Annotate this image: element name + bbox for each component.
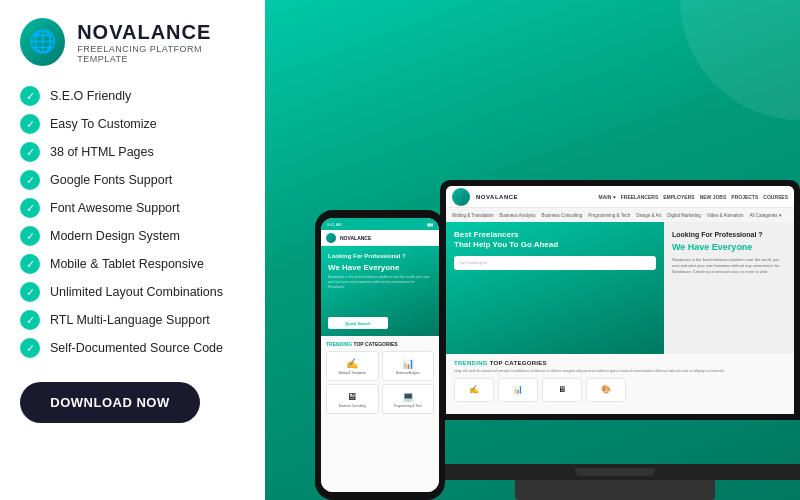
phone-search-label: Quick Search [345,321,371,326]
laptop-base [420,464,800,480]
laptop-right-body: Novalance is the best freelancer platfor… [672,257,786,275]
check-icon: ✓ [20,86,40,106]
laptop-right-accent: We Have Everyone [672,242,786,253]
logo-area: 🌐 NOVALANCE FREELANCING PLATFORM TEMPLAT… [20,18,245,66]
feature-item: ✓ 38 of HTML Pages [20,142,245,162]
laptop-hero-title: Best FreelancersThat Help You To Go Ahea… [454,230,656,251]
phone-status-time: 9:41 AM [327,222,342,227]
laptop-subnav-item[interactable]: Business Analysis [499,213,535,218]
category-icon: 📊 [513,385,523,394]
laptop-subnav-item[interactable]: Design & Art [636,213,661,218]
feature-item: ✓ Self-Documented Source Code [20,338,245,358]
check-icon: ✓ [20,310,40,330]
laptop-screen-content: NOVALANCE MAIN ▾FREELANCERSEMPLOYERSNEW … [446,186,794,414]
check-icon: ✓ [20,114,40,134]
phone-category-item: 🖥 Business Consulting [326,384,379,414]
laptop-subnav-item[interactable]: Digital Marketing [667,213,701,218]
laptop-cat-grid: ✍📊🖥🎨 [454,378,786,402]
phone-category-item: 💻 Programming & Tech [382,384,435,414]
phone-hero-accent: We Have Everyone [328,263,432,272]
laptop-subnav-item[interactable]: Video & Animation [707,213,744,218]
laptop-nav-links: MAIN ▾FREELANCERSEMPLOYERSNEW JOBSPROJEC… [599,194,788,200]
laptop-subnav-item[interactable]: Programming & Tech [588,213,630,218]
feature-item: ✓ Mobile & Tablet Responsive [20,254,245,274]
laptop-mockup: NOVALANCE MAIN ▾FREELANCERSEMPLOYERSNEW … [420,180,800,500]
laptop-cat-title: TRENDING TOP CATEGORIES [454,360,786,366]
feature-item: ✓ Modern Design System [20,226,245,246]
laptop-category-item: 📊 [498,378,538,402]
laptop-hero-left: Best FreelancersThat Help You To Go Ahea… [446,222,664,354]
feature-label: RTL Multi-Language Support [50,313,210,327]
laptop-screen-border: NOVALANCE MAIN ▾FREELANCERSEMPLOYERSNEW … [440,180,800,420]
category-icon: 🎨 [601,385,611,394]
phone-category-icon: ✍ [346,358,358,369]
phone-category-icon: 💻 [402,391,414,402]
laptop-hero-search: I am Looking for [454,256,656,270]
phone-status-signal: ▮▮▮ [427,222,433,227]
check-icon: ✓ [20,282,40,302]
phone-category-name: Business Analysis [396,371,420,375]
phone-nav: NOVALANCE [321,230,439,246]
laptop-nav-link[interactable]: PROJECTS [731,194,758,200]
feature-item: ✓ Google Fonts Support [20,170,245,190]
feature-item: ✓ Easy To Customize [20,114,245,134]
logo-subtitle: FREELANCING PLATFORM TEMPLATE [77,44,245,64]
laptop-hero-right: Looking For Professional ? We Have Every… [664,222,794,354]
phone-logo-icon [326,233,336,243]
feature-label: S.E.O Friendly [50,89,131,103]
laptop-nav-link[interactable]: MAIN ▾ [599,194,616,200]
feature-label: Google Fonts Support [50,173,172,187]
phone-category-name: Programming & Tech [394,404,422,408]
corner-decoration [680,0,800,120]
phone-hero: Looking For Professional ? We Have Every… [321,246,439,336]
check-icon: ✓ [20,142,40,162]
laptop-nav-link[interactable]: FREELANCERS [621,194,659,200]
phone-cat-grid: ✍ Writing & Translation 📊 Business Analy… [326,351,434,414]
laptop-subnav-item[interactable]: Business Consulting [541,213,582,218]
laptop-nav-link[interactable]: EMPLOYERS [663,194,694,200]
phone-categories: TRENDING TOP CATEGORIES ✍ Writing & Tran… [321,336,439,492]
feature-label: Self-Documented Source Code [50,341,223,355]
feature-item: ✓ Unlimited Layout Combinations [20,282,245,302]
laptop-nav-logo [452,188,470,206]
laptop-cat-subtitle: cing elit sed do eiusmod tempor incididu… [454,368,786,374]
check-icon: ✓ [20,338,40,358]
phone-body: 9:41 AM ▮▮▮ NOVALANCE Looking For Profes… [315,210,445,500]
phone-category-item: 📊 Business Analysis [382,351,435,381]
laptop-notch [575,468,655,476]
download-button[interactable]: DOWNLOAD NOW [20,382,200,423]
check-icon: ✓ [20,170,40,190]
check-icon: ✓ [20,198,40,218]
feature-label: Font Awesome Support [50,201,180,215]
check-icon: ✓ [20,254,40,274]
laptop-nav-link[interactable]: COURSES [763,194,788,200]
laptop-subnav: Writing & TranslationBusiness AnalysisBu… [446,208,794,222]
laptop-right-title: Looking For Professional ? [672,230,786,239]
left-panel: 🌐 NOVALANCE FREELANCING PLATFORM TEMPLAT… [0,0,265,500]
phone-brand-name: NOVALANCE [340,235,371,241]
feature-label: Unlimited Layout Combinations [50,285,223,299]
logo-text-block: NOVALANCE FREELANCING PLATFORM TEMPLATE [77,21,245,64]
feature-item: ✓ S.E.O Friendly [20,86,245,106]
laptop-stand [515,480,715,500]
feature-label: Mobile & Tablet Responsive [50,257,204,271]
laptop-nav-link[interactable]: NEW JOBS [700,194,727,200]
features-list: ✓ S.E.O Friendly ✓ Easy To Customize ✓ 3… [20,86,245,358]
phone-category-item: ✍ Writing & Translation [326,351,379,381]
laptop-nav: NOVALANCE MAIN ▾FREELANCERSEMPLOYERSNEW … [446,186,794,208]
phone-category-name: Writing & Translation [338,371,366,375]
phone-mockup: 9:41 AM ▮▮▮ NOVALANCE Looking For Profes… [315,210,445,500]
phone-hero-title: Looking For Professional ? [328,253,432,261]
check-icon: ✓ [20,226,40,246]
phone-category-icon: 📊 [402,358,414,369]
phone-cat-title: TRENDING TOP CATEGORIES [326,341,434,347]
phone-screen: 9:41 AM ▮▮▮ NOVALANCE Looking For Profes… [321,218,439,492]
feature-item: ✓ Font Awesome Support [20,198,245,218]
laptop-search-placeholder: I am Looking for [459,260,488,265]
laptop-subnav-item[interactable]: Writing & Translation [452,213,493,218]
laptop-categories: TRENDING TOP CATEGORIES cing elit sed do… [446,354,794,414]
phone-search-button[interactable]: Quick Search [328,317,388,329]
laptop-subnav-item[interactable]: All Categories ▾ [749,213,781,218]
phone-hero-body: Novalance is the best freelancer platfor… [328,275,432,290]
phone-category-name: Business Consulting [339,404,366,408]
